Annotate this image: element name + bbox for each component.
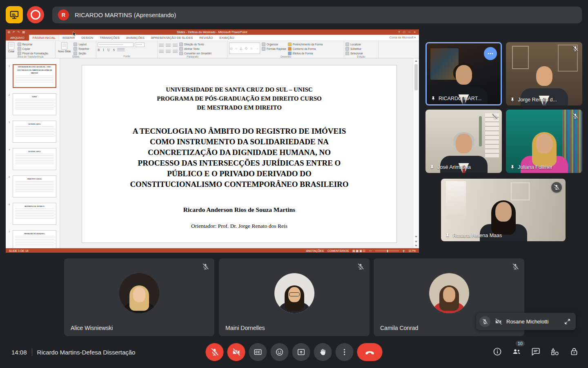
align-text-button[interactable]: Alinhar Texto [179, 47, 212, 51]
align-buttons[interactable] [159, 49, 178, 54]
new-slide-button[interactable]: Novo Slide [57, 42, 72, 53]
quick-styles-button[interactable]: Formas Rápidas [262, 47, 286, 51]
camera-button[interactable] [227, 343, 245, 361]
format-painter-icon [18, 52, 21, 55]
companion-app-icon[interactable] [6, 6, 23, 23]
select-button[interactable]: Selecionar [345, 52, 363, 55]
slide-1[interactable]: UNIVERSIDADE DE SANTA CRUZ DO SUL – UNIS… [82, 65, 397, 243]
tab-apresentacao[interactable]: APRESENTAÇÃO DE SLIDES [148, 35, 196, 40]
shared-screen-powerpoint[interactable]: ⊞ ↶ ↷ ▤ Slides - Defesa do Mestrado - Mi… [6, 29, 419, 253]
video-tile-alice[interactable]: Alice Wisniewski [64, 258, 214, 336]
meeting-meta: 14:08 Ricardo Martins-Defesa Dissertação [11, 336, 135, 368]
shape-fill-button[interactable]: Preenchimento da Forma [288, 43, 323, 46]
slide-thumbnail-panel[interactable]: 1 UNIVERSIDADE DE SANTA CRUZ DO SUL – UN… [6, 58, 60, 248]
font-color-buttons[interactable] [117, 48, 125, 52]
slide-header: UNIVERSIDADE DE SANTA CRUZ DO SUL – UNIS… [82, 85, 396, 112]
activities-icon [550, 347, 560, 357]
video-tile-rosana[interactable]: Rosana Helena Maas [441, 179, 566, 241]
activities-button[interactable] [550, 347, 560, 357]
tab-pagina-inicial[interactable]: PÁGINA INICIAL [29, 35, 59, 40]
tab-arquivo[interactable]: ARQUIVO [6, 35, 29, 40]
mic-off-icon [512, 263, 519, 270]
smartart-button[interactable]: Converter em SmartArt [179, 52, 212, 55]
comments-button[interactable]: COMENTÁRIOS [327, 249, 349, 252]
format-painter-button[interactable]: Pincel de Formatação [18, 52, 48, 55]
mic-off-icon [357, 263, 364, 270]
participant-name: Camila Conrad [380, 325, 418, 331]
section-button[interactable]: Seção [74, 52, 89, 55]
reset-button[interactable]: Redefinir [74, 47, 89, 51]
expand-icon[interactable] [564, 318, 571, 325]
video-tile-ricardo[interactable]: RICARDO MART... [425, 42, 502, 105]
video-tile-jose[interactable]: José Arimateia [425, 110, 502, 173]
slide-thumbnail-7[interactable]: 7 PROBLEMA DA PESQUISA [9, 230, 56, 248]
slide-thumbnail-4[interactable]: 4 JUSTIFICATIVA [9, 148, 56, 170]
pin-icon [510, 97, 515, 103]
shapes-gallery[interactable]: ▭ ○ △ ◇ ☆ → [229, 43, 260, 54]
raise-hand-button[interactable] [314, 343, 332, 361]
microsoft-account[interactable]: Conta da Microsoft ▾ [390, 35, 419, 40]
slide-counter: SLIDE 1 DE 14 [9, 249, 28, 252]
tab-exibicao[interactable]: EXIBIÇÃO [216, 35, 237, 40]
replace-button[interactable]: Substituir [345, 47, 363, 51]
shape-effects-button[interactable]: Efeitos de Forma [288, 52, 323, 55]
video-tile-juliana[interactable]: Juliana Follmer [506, 110, 582, 173]
video-tile-jorge[interactable]: Jorge Renato d... [506, 42, 582, 105]
ppt-title-bar: ⊞ ↶ ↷ ▤ Slides - Defesa do Mestrado - Mi… [6, 29, 419, 35]
slide-thumbnail-2[interactable]: 2 TEMA [9, 93, 56, 115]
tab-design[interactable]: DESIGN [78, 35, 96, 40]
host-controls-button[interactable] [569, 347, 579, 357]
font-name-select[interactable] [98, 43, 134, 47]
vertical-scrollbar[interactable] [413, 58, 419, 248]
ribbon-group-paragraph: Direção do Texto Alinhar Texto Converter… [158, 41, 228, 58]
notes-button[interactable]: ANOTAÇÕES [306, 249, 324, 252]
more-options-button[interactable] [336, 343, 354, 361]
new-slide-icon [61, 42, 67, 49]
shape-outline-button[interactable]: Contorno da Forma [288, 47, 323, 51]
layout-button[interactable]: Layout [74, 43, 89, 46]
slide-thumbnail-1[interactable]: 1 UNIVERSIDADE DE SANTA CRUZ DO SUL – UN… [9, 64, 56, 88]
tile-options-button[interactable] [484, 47, 497, 60]
presenter-banner[interactable]: R RICARDO MARTINS (Apresentando) [52, 7, 582, 23]
select-icon [345, 52, 349, 55]
paste-button[interactable]: Colar [7, 42, 16, 53]
cut-button[interactable]: Recortar [18, 43, 48, 46]
reactions-button[interactable] [271, 343, 289, 361]
slide-title: A TECNOLOGIA NO ÂMBITO DO REGISTRO DE IM… [82, 126, 396, 190]
font-format-buttons[interactable]: B I U S [98, 48, 116, 52]
tab-revisao[interactable]: REVISÃO [196, 35, 216, 40]
zoom-out-button[interactable] [369, 251, 372, 251]
tab-transicoes[interactable]: TRANSIÇÕES [96, 35, 123, 40]
tab-animacoes[interactable]: ANIMAÇÕES [123, 35, 148, 40]
font-size-select[interactable] [135, 43, 145, 47]
overflow-participant-tile[interactable]: Rosane Michelotti [476, 313, 576, 330]
meeting-name: Ricardo Martins-Defesa Dissertação [37, 349, 136, 356]
present-icon [297, 348, 306, 357]
pin-icon [430, 96, 436, 101]
video-tile-maini[interactable]: Maini Dornelles [219, 258, 370, 336]
list-buttons[interactable] [159, 43, 178, 47]
zoom-in-button[interactable] [403, 250, 405, 252]
info-button[interactable] [492, 347, 502, 357]
cut-icon [18, 43, 21, 46]
present-button[interactable] [292, 343, 310, 361]
leave-call-button[interactable] [357, 343, 383, 361]
zoom-slider[interactable] [375, 251, 399, 251]
recording-indicator-icon[interactable] [27, 6, 44, 23]
ribbon: Colar Recortar Copiar Pincel de Formataç… [6, 41, 419, 58]
quick-access-toolbar[interactable]: ⊞ ↶ ↷ ▤ [8, 31, 26, 34]
captions-button[interactable] [249, 343, 267, 361]
window-controls[interactable]: ? □ ─ × [398, 30, 417, 34]
slide-thumbnail-3[interactable]: 3 JUSTIFICATIVA [9, 121, 56, 143]
text-direction-button[interactable]: Direção do Texto [179, 43, 212, 46]
arrange-button[interactable]: Organizar [262, 43, 286, 46]
view-buttons[interactable]: ▤ ▦ ▣ ⊡ [352, 249, 365, 253]
slide-thumbnail-6[interactable]: 6 REFERENCIAL TEÓRICO [9, 203, 56, 225]
participants-button[interactable]: 10 [512, 347, 521, 357]
find-button[interactable]: Localizar [345, 43, 363, 46]
slide-thumbnail-5[interactable]: 5 OBJETIVO GERAL [9, 175, 56, 197]
mic-button[interactable] [206, 343, 224, 361]
copy-button[interactable]: Copiar [18, 47, 48, 51]
chat-button[interactable] [531, 347, 541, 357]
reset-icon [74, 47, 77, 51]
